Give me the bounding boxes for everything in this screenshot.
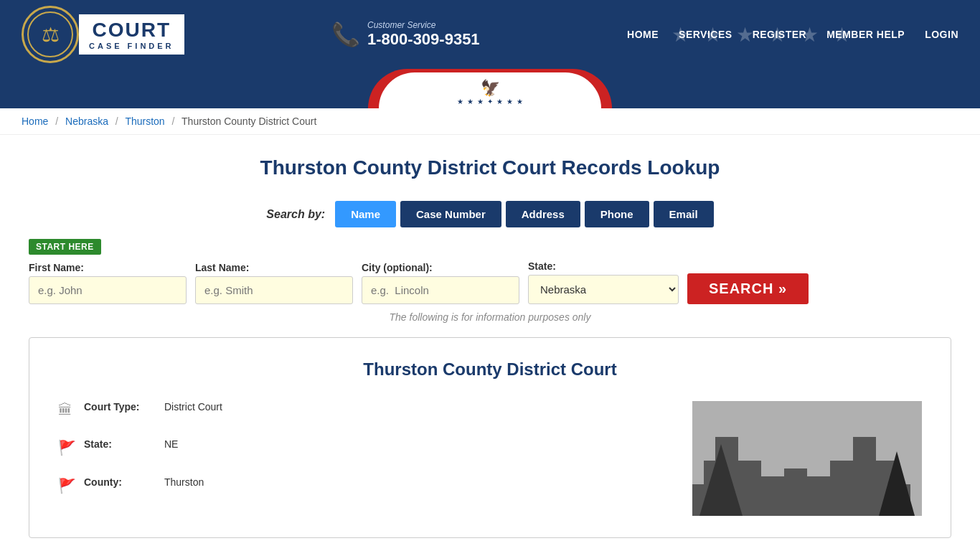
breadcrumb-sep: / (116, 116, 118, 127)
page-title: Thurston County District Court Records L… (29, 156, 951, 179)
nav-home[interactable]: HOME (627, 29, 659, 40)
logo-circle-inner: ⚖ (27, 11, 73, 57)
breadcrumb-sep: / (55, 116, 58, 127)
court-type-value: District Court (164, 401, 222, 413)
court-info-title: Thurston County District Court (58, 359, 922, 380)
phone-number: 1-800-309-9351 (367, 30, 480, 49)
court-info-body: 🏛 Court Type: District Court 🚩 State: NE… (58, 401, 922, 516)
header: ★ ★ ★ ★ ★ ★ ⚖ COURT CASE FINDER 📞 Custom… (0, 0, 980, 69)
first-name-input[interactable] (29, 276, 187, 304)
state-select[interactable]: Nebraska Alabama Alaska Arizona Arkansas… (528, 275, 679, 304)
star-icon: ★ (457, 98, 463, 105)
star-icon: ★ (477, 98, 484, 105)
breadcrumb: Home / Nebraska / Thurston / Thurston Co… (0, 108, 980, 135)
phone-text: Customer Service 1-800-309-9351 (367, 20, 480, 49)
info-note: The following is for information purpose… (29, 311, 951, 323)
search-form: First Name: Last Name: City (optional): … (29, 260, 951, 304)
breadcrumb-sep: / (172, 116, 175, 127)
court-details: 🏛 Court Type: District Court 🚩 State: NE… (58, 401, 664, 516)
city-label: City (optional): (362, 262, 519, 273)
search-by-row: Search by: Name Case Number Address Phon… (29, 201, 951, 227)
court-image (692, 401, 922, 516)
court-type-row: 🏛 Court Type: District Court (58, 401, 664, 418)
court-county-row: 🚩 County: Thurston (58, 476, 664, 494)
breadcrumb-county[interactable]: Thurston (125, 116, 164, 127)
phone-icon: 📞 (331, 21, 360, 48)
logo-case-finder-text: CASE FINDER (89, 42, 174, 50)
logo-court-text: COURT (93, 19, 171, 42)
tab-case-number[interactable]: Case Number (400, 201, 501, 227)
nav-services[interactable]: SERVICES (679, 29, 732, 40)
last-name-group: Last Name: (195, 262, 353, 304)
first-name-group: First Name: (29, 262, 187, 304)
eagle-stars-row: ★ ★ ★ ✦ ★ ★ ★ (457, 98, 523, 105)
search-by-label: Search by: (266, 208, 325, 221)
customer-service-label: Customer Service (367, 20, 480, 30)
search-button[interactable]: SEARCH » (687, 273, 809, 304)
logo-circle: ⚖ (22, 6, 79, 63)
tab-email[interactable]: Email (654, 201, 714, 227)
tab-phone[interactable]: Phone (585, 201, 649, 227)
breadcrumb-state[interactable]: Nebraska (65, 116, 108, 127)
white-arc: 🦅 ★ ★ ★ ✦ ★ ★ ★ (379, 72, 601, 108)
nav-register[interactable]: REGISTER (753, 29, 807, 40)
main-nav: HOME SERVICES REGISTER MEMBER HELP LOGIN (627, 29, 958, 40)
logo-text-block: COURT CASE FINDER (79, 14, 184, 55)
state-label: State: (528, 260, 679, 272)
state-value: NE (164, 438, 178, 450)
eagle-divider: 🦅 ★ ★ ★ ✦ ★ ★ ★ (0, 69, 980, 108)
tab-name[interactable]: Name (335, 201, 396, 227)
nav-member-help[interactable]: MEMBER HELP (826, 29, 905, 40)
nav-login[interactable]: LOGIN (925, 29, 958, 40)
star-icon: ★ (507, 98, 513, 105)
court-type-icon: 🏛 (58, 402, 75, 418)
last-name-input[interactable] (195, 276, 353, 304)
county-value: Thurston (164, 476, 204, 488)
court-image-area (692, 401, 922, 516)
first-name-label: First Name: (29, 262, 187, 273)
eagle-icon: 🦅 (481, 80, 500, 96)
star-icon: ✦ (487, 98, 493, 105)
main-content: Thurston County District Court Records L… (0, 135, 980, 551)
county-label-detail: County: (84, 476, 156, 488)
start-here-badge: START HERE (29, 239, 101, 255)
breadcrumb-home[interactable]: Home (22, 116, 48, 127)
tab-address[interactable]: Address (506, 201, 580, 227)
logo-area: ⚖ COURT CASE FINDER (22, 6, 184, 63)
breadcrumb-current: Thurston County District Court (182, 116, 316, 127)
star-icon: ★ (467, 98, 473, 105)
city-input[interactable] (362, 276, 519, 304)
star-icon: ★ (496, 98, 503, 105)
state-label-detail: State: (84, 438, 156, 450)
phone-area: 📞 Customer Service 1-800-309-9351 (331, 20, 480, 49)
city-group: City (optional): (362, 262, 519, 304)
scales-icon: ⚖ (42, 23, 60, 47)
court-state-row: 🚩 State: NE (58, 438, 664, 456)
court-type-label: Court Type: (84, 401, 156, 413)
state-group: State: Nebraska Alabama Alaska Arizona A… (528, 260, 679, 304)
court-info-box: Thurston County District Court 🏛 Court T… (29, 337, 951, 538)
county-icon: 🚩 (58, 477, 75, 494)
last-name-label: Last Name: (195, 262, 353, 273)
state-icon: 🚩 (58, 439, 75, 456)
star-icon: ★ (517, 98, 523, 105)
